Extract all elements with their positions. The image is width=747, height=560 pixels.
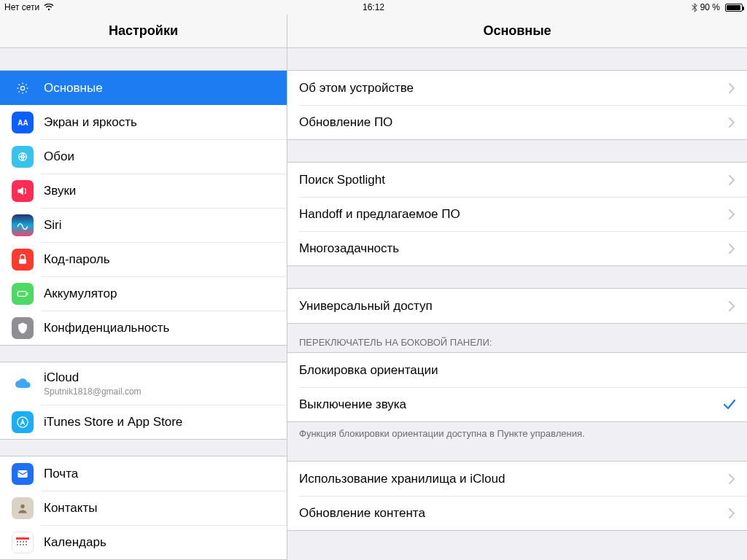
bluetooth-icon	[692, 3, 697, 12]
svg-rect-13	[23, 541, 24, 542]
chevron-right-icon	[729, 244, 735, 254]
row-mute[interactable]: Выключение звука	[287, 387, 747, 421]
svg-rect-5	[18, 291, 26, 296]
side-switch-footer: Функция блокировки ориентации доступна в…	[287, 422, 747, 439]
sidebar-item-label: Основные	[44, 81, 275, 96]
chevron-right-icon	[729, 209, 735, 219]
chevron-right-icon	[729, 175, 735, 185]
sidebar-title: Настройки	[0, 15, 287, 48]
sidebar-item-label: iCloud	[44, 370, 142, 385]
sidebar-item-itunes-appstore[interactable]: iTunes Store и App Store	[0, 405, 287, 439]
chevron-right-icon	[729, 301, 735, 311]
row-software-update[interactable]: Обновление ПО	[287, 105, 747, 139]
wifi-icon	[44, 4, 54, 11]
svg-rect-12	[20, 541, 21, 542]
svg-rect-14	[26, 541, 27, 542]
lock-icon	[12, 249, 34, 271]
detail-title: Основные	[287, 15, 747, 48]
sidebar-item-label: Почта	[44, 467, 275, 481]
battery-setting-icon	[12, 283, 34, 305]
siri-icon	[12, 214, 34, 236]
sidebar-item-display[interactable]: AA Экран и яркость	[0, 105, 287, 139]
svg-rect-8	[18, 470, 27, 478]
settings-sidebar: Настройки Основные AA Экран и яркость	[0, 15, 287, 560]
checkmark-icon	[724, 400, 735, 410]
row-multitasking[interactable]: Многозадачность	[287, 231, 747, 265]
sidebar-item-label: Экран и яркость	[44, 115, 275, 130]
sidebar-item-label: Код-пароль	[44, 252, 275, 267]
sidebar-item-passcode[interactable]: Код-пароль	[0, 242, 287, 276]
row-lock-rotation[interactable]: Блокировка ориентации	[287, 353, 747, 387]
cloud-icon	[12, 373, 34, 394]
chevron-right-icon	[729, 83, 735, 93]
svg-rect-4	[19, 259, 26, 264]
row-label: Об этом устройстве	[299, 81, 723, 96]
svg-text:AA: AA	[18, 119, 28, 127]
row-label: Обновление контента	[299, 506, 723, 521]
gear-icon	[12, 77, 34, 99]
row-background-refresh[interactable]: Обновление контента	[287, 496, 747, 530]
sidebar-item-label: Siri	[44, 218, 275, 233]
row-label: Handoff и предлагаемое ПО	[299, 207, 723, 222]
svg-point-0	[20, 86, 24, 90]
row-spotlight[interactable]: Поиск Spotlight	[287, 163, 747, 197]
sidebar-item-label: iTunes Store и App Store	[44, 415, 275, 429]
row-label: Выключение звука	[299, 397, 724, 412]
sidebar-item-battery[interactable]: Аккумулятор	[0, 276, 287, 311]
sidebar-item-label: Конфиденциальность	[44, 321, 275, 335]
row-label: Поиск Spotlight	[299, 173, 723, 187]
chevron-right-icon	[729, 117, 735, 128]
svg-rect-10	[16, 537, 29, 540]
row-about[interactable]: Об этом устройстве	[287, 71, 747, 105]
sidebar-item-wallpaper[interactable]: Обои	[0, 139, 287, 174]
side-switch-header: ПЕРЕКЛЮЧАТЕЛЬ НА БОКОВОЙ ПАНЕЛИ:	[287, 324, 747, 352]
contacts-icon	[12, 497, 34, 519]
svg-point-9	[20, 504, 24, 508]
sounds-icon	[12, 180, 34, 202]
icloud-account-label: Sputnik1818@gmail.com	[44, 386, 142, 397]
sidebar-item-privacy[interactable]: Конфиденциальность	[0, 311, 287, 345]
sidebar-item-icloud[interactable]: iCloud Sputnik1818@gmail.com	[0, 362, 287, 405]
sidebar-item-label: Календарь	[44, 535, 275, 550]
clock: 16:12	[0, 2, 747, 12]
mail-icon	[12, 463, 34, 485]
svg-rect-16	[20, 544, 21, 545]
sidebar-item-sounds[interactable]: Звуки	[0, 174, 287, 208]
row-label: Использование хранилища и iCloud	[299, 472, 723, 486]
sidebar-item-calendar[interactable]: Календарь	[0, 525, 287, 559]
sidebar-item-general[interactable]: Основные	[0, 71, 287, 105]
svg-rect-17	[23, 544, 24, 545]
chevron-right-icon	[729, 474, 735, 484]
display-icon: AA	[12, 112, 34, 133]
svg-rect-15	[17, 544, 18, 545]
status-bar: Нет сети 16:12 90 %	[0, 0, 747, 15]
sidebar-item-siri[interactable]: Siri	[0, 208, 287, 242]
row-accessibility[interactable]: Универсальный доступ	[287, 289, 747, 323]
sidebar-item-label: Звуки	[44, 184, 275, 198]
wallpaper-icon	[12, 146, 34, 168]
chevron-right-icon	[729, 508, 735, 518]
sidebar-item-label: Контакты	[44, 501, 275, 516]
calendar-icon	[12, 532, 34, 553]
row-storage-icloud[interactable]: Использование хранилища и iCloud	[287, 462, 747, 496]
general-detail-pane: Основные Об этом устройстве Обновление П…	[287, 15, 747, 560]
row-label: Блокировка ориентации	[299, 363, 735, 378]
row-handoff[interactable]: Handoff и предлагаемое ПО	[287, 197, 747, 231]
appstore-icon	[12, 411, 34, 433]
row-label: Многозадачность	[299, 241, 723, 256]
carrier-text: Нет сети	[4, 2, 39, 12]
sidebar-item-mail[interactable]: Почта	[0, 456, 287, 491]
sidebar-item-contacts[interactable]: Контакты	[0, 491, 287, 525]
svg-rect-18	[26, 544, 27, 545]
svg-rect-6	[27, 292, 28, 295]
privacy-icon	[12, 317, 34, 339]
row-label: Обновление ПО	[299, 115, 723, 130]
row-label: Универсальный доступ	[299, 299, 723, 314]
battery-icon	[723, 4, 743, 12]
battery-percent: 90 %	[700, 2, 720, 12]
svg-rect-11	[17, 541, 18, 542]
sidebar-item-label: Обои	[44, 149, 275, 164]
sidebar-item-label: Аккумулятор	[44, 287, 275, 301]
